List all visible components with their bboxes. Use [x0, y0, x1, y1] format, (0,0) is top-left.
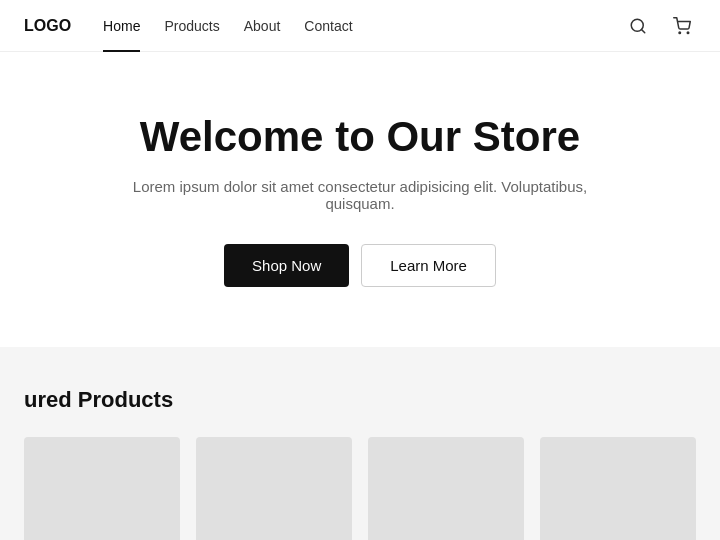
- shop-now-button[interactable]: Shop Now: [224, 244, 349, 287]
- cart-button[interactable]: [668, 12, 696, 40]
- products-grid: Product Image Product Image Product Imag…: [24, 437, 696, 540]
- nav-link-about[interactable]: About: [244, 18, 281, 34]
- hero-subtitle: Lorem ipsum dolor sit amet consectetur a…: [110, 178, 610, 212]
- nav-icons: [624, 12, 696, 40]
- product-card[interactable]: Product Image: [540, 437, 696, 540]
- search-icon: [629, 17, 647, 35]
- cart-icon: [673, 17, 691, 35]
- hero-section: Welcome to Our Store Lorem ipsum dolor s…: [0, 52, 720, 347]
- learn-more-button[interactable]: Learn More: [361, 244, 496, 287]
- product-card[interactable]: Product Image: [196, 437, 352, 540]
- nav-link-products[interactable]: Products: [164, 18, 219, 34]
- product-card[interactable]: Product Image: [368, 437, 524, 540]
- svg-point-2: [679, 32, 681, 34]
- featured-section: ured Products Product Image Product Imag…: [0, 347, 720, 540]
- nav-item-contact[interactable]: Contact: [304, 17, 352, 35]
- nav-link-contact[interactable]: Contact: [304, 18, 352, 34]
- hero-title: Welcome to Our Store: [40, 112, 680, 162]
- svg-line-1: [641, 29, 644, 32]
- product-card[interactable]: Product Image: [24, 437, 180, 540]
- hero-buttons: Shop Now Learn More: [40, 244, 680, 287]
- search-button[interactable]: [624, 12, 652, 40]
- featured-title: ured Products: [24, 387, 696, 413]
- nav-item-home[interactable]: Home: [103, 17, 140, 35]
- nav-item-products[interactable]: Products: [164, 17, 219, 35]
- svg-point-3: [687, 32, 689, 34]
- navbar: LOGO Home Products About Contact: [0, 0, 720, 52]
- nav-link-home[interactable]: Home: [103, 18, 140, 34]
- nav-item-about[interactable]: About: [244, 17, 281, 35]
- nav-logo: LOGO: [24, 17, 71, 35]
